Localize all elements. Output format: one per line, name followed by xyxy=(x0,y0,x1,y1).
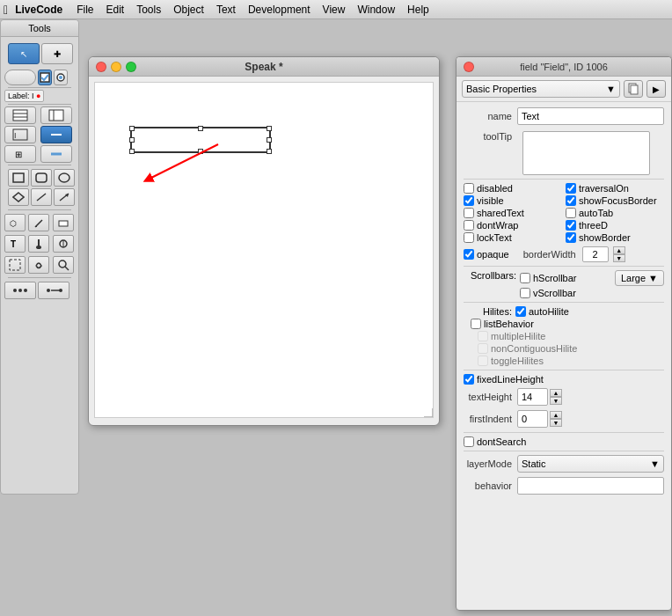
props-close-button[interactable] xyxy=(464,62,474,72)
firstindent-up[interactable]: ▲ xyxy=(550,411,562,419)
handle-bl[interactable] xyxy=(129,149,135,154)
sharedtext-checkbox[interactable] xyxy=(464,208,474,218)
dontsearch-checkbox[interactable] xyxy=(464,436,474,447)
apple-menu[interactable]:  xyxy=(4,3,8,17)
script-btn[interactable]: ▶ xyxy=(646,80,666,98)
multiplehilite-check: multipleHilite xyxy=(478,331,664,341)
traversalon-check: traversalOn xyxy=(566,183,664,194)
handle-tr[interactable] xyxy=(267,126,272,131)
radio-tool[interactable] xyxy=(54,70,68,85)
arrow-shape[interactable] xyxy=(54,188,75,206)
handle-tm[interactable] xyxy=(198,126,203,131)
name-input[interactable] xyxy=(517,107,664,125)
layermode-dropdown[interactable]: Static ▼ xyxy=(517,455,664,473)
cross-tool[interactable]: ✚ xyxy=(41,43,73,64)
speak-canvas[interactable] xyxy=(94,82,434,418)
label-tool[interactable]: Label: I ● xyxy=(4,90,44,102)
lasso-tool[interactable] xyxy=(28,256,49,274)
checkbox-tool[interactable] xyxy=(38,70,52,85)
tooltip-label: toolTip xyxy=(464,131,512,142)
tool-1[interactable] xyxy=(4,106,36,124)
scrollbars-row: Scrollbars: hScrollbar Large ▼ vScrollba… xyxy=(464,270,664,298)
svg-point-15 xyxy=(59,173,69,182)
locktext-checkbox[interactable] xyxy=(464,232,474,243)
tooltip-input[interactable] xyxy=(522,131,650,175)
tool-6[interactable] xyxy=(40,145,72,163)
brush-tool[interactable] xyxy=(28,235,49,253)
handle-bm[interactable] xyxy=(198,149,203,154)
field-element[interactable] xyxy=(130,127,271,153)
object-menu[interactable]: Object xyxy=(173,4,204,16)
tool-4-active[interactable] xyxy=(40,126,72,143)
bucket-tool[interactable]: ⬡ xyxy=(4,214,26,231)
autohilite-checkbox[interactable] xyxy=(515,306,526,317)
tool-3[interactable]: I xyxy=(4,126,36,143)
dontsearch-row: dontSearch xyxy=(464,436,664,447)
divider-1 xyxy=(464,179,664,180)
file-menu[interactable]: File xyxy=(77,4,93,16)
threed-checkbox[interactable] xyxy=(566,220,576,231)
edit-menu[interactable]: Edit xyxy=(106,4,124,16)
zoom-tool[interactable] xyxy=(53,256,74,274)
dots-tool-2[interactable] xyxy=(38,282,69,299)
handle-ml[interactable] xyxy=(129,137,135,143)
rect-shape[interactable] xyxy=(8,169,29,187)
basic-properties-dropdown[interactable]: Basic Properties ▼ xyxy=(462,80,620,98)
text-menu[interactable]: Text xyxy=(216,4,236,16)
line-shape[interactable] xyxy=(31,188,52,206)
borderwidth-up[interactable]: ▲ xyxy=(613,246,625,254)
text-tool[interactable]: T xyxy=(4,235,26,253)
rounded-rect-tool[interactable] xyxy=(4,70,36,85)
view-menu[interactable]: View xyxy=(323,4,346,16)
opaque-checkbox[interactable] xyxy=(464,249,474,260)
handle-br[interactable] xyxy=(267,149,272,154)
eraser-tool[interactable] xyxy=(53,214,74,231)
dots-tool-1[interactable] xyxy=(4,282,36,299)
disabled-checkbox[interactable] xyxy=(464,183,474,194)
behavior-input[interactable] xyxy=(517,477,664,495)
fixedlineheight-row: fixedLineHeight xyxy=(464,374,664,385)
showfocusborder-check: showFocusBorder xyxy=(566,195,664,206)
select-tool-2[interactable] xyxy=(4,256,26,274)
hscrollbar-checkbox[interactable] xyxy=(520,273,530,283)
traversalon-checkbox[interactable] xyxy=(566,183,576,194)
copy-prop-btn[interactable] xyxy=(624,80,643,98)
rrect-shape[interactable] xyxy=(31,169,52,187)
textheight-down[interactable]: ▼ xyxy=(550,397,562,405)
listbehavior-checkbox[interactable] xyxy=(471,319,481,329)
firstindent-input[interactable] xyxy=(517,410,548,428)
tools-menu[interactable]: Tools xyxy=(136,4,161,16)
textheight-input[interactable] xyxy=(517,388,548,406)
vscrollbar-checkbox[interactable] xyxy=(520,288,530,298)
handle-tl[interactable] xyxy=(129,126,135,131)
canvas-resize-handle[interactable] xyxy=(424,408,433,417)
diamond-shape[interactable] xyxy=(8,188,29,206)
development-menu[interactable]: Development xyxy=(248,4,310,16)
handle-mr[interactable] xyxy=(267,137,272,143)
borderwidth-down[interactable]: ▼ xyxy=(613,254,625,262)
tool-2[interactable] xyxy=(40,106,72,124)
showfocusborder-checkbox[interactable] xyxy=(566,195,576,206)
livecode-menu[interactable]: LiveCode xyxy=(15,4,62,16)
large-button[interactable]: Large ▼ xyxy=(615,270,664,286)
svg-point-2 xyxy=(59,76,62,79)
firstindent-down[interactable]: ▼ xyxy=(550,419,562,427)
fixedlineheight-checkbox[interactable] xyxy=(464,374,474,385)
eyedropper-tool[interactable] xyxy=(53,235,74,253)
pointer-tool[interactable]: ↖ xyxy=(8,43,40,64)
borderwidth-input[interactable] xyxy=(582,246,609,262)
pencil-tool[interactable] xyxy=(28,214,49,231)
showborder-checkbox[interactable] xyxy=(566,232,576,243)
help-menu[interactable]: Help xyxy=(407,4,429,16)
autotab-checkbox[interactable] xyxy=(566,208,576,218)
threed-check: threeD xyxy=(566,220,664,231)
dontwrap-checkbox[interactable] xyxy=(464,220,474,231)
tool-5[interactable]: ⊞ xyxy=(4,145,36,163)
opaque-check: opaque xyxy=(464,249,509,260)
multiplehilite-checkbox xyxy=(478,331,488,341)
window-menu[interactable]: Window xyxy=(357,4,395,16)
textheight-up[interactable]: ▲ xyxy=(550,389,562,397)
oval-shape[interactable] xyxy=(54,169,75,187)
visible-checkbox[interactable] xyxy=(464,195,474,206)
listbehavior-row: listBehavior xyxy=(471,319,664,329)
